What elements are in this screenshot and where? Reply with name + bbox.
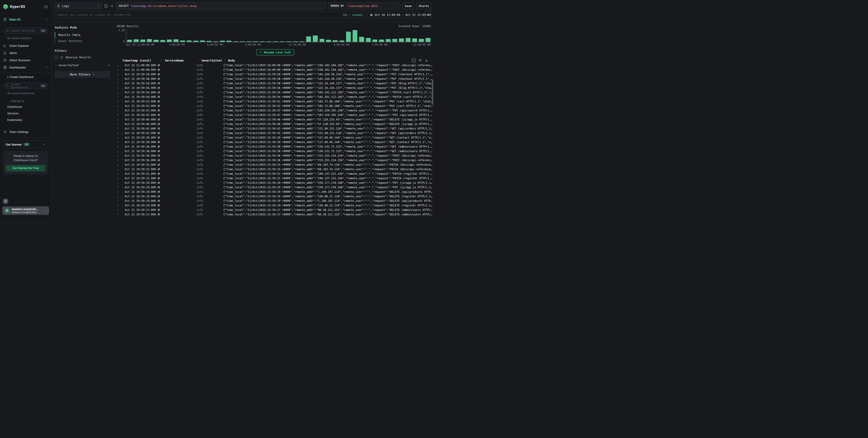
tab-results-table[interactable]: Results Table xyxy=(55,32,110,38)
table-row[interactable]: Oct 21 10:59:36.000 AM info {"time_local… xyxy=(117,154,434,158)
histogram-bar[interactable] xyxy=(339,40,344,42)
row-expand-icon[interactable] xyxy=(117,141,122,143)
table-row[interactable]: Oct 21 10:59:58.000 AM info {"time_local… xyxy=(117,77,434,81)
row-expand-icon[interactable] xyxy=(117,177,122,180)
row-expand-icon[interactable] xyxy=(117,209,122,211)
create-dashboard-button[interactable]: + Create Dashboard xyxy=(0,72,51,79)
histogram-bar[interactable] xyxy=(393,39,397,42)
sidebar-item-chart-explorer[interactable]: Chart Explorer xyxy=(0,42,51,49)
table-row[interactable]: Oct 21 10:59:33.000 AM info {"time_local… xyxy=(117,167,434,172)
time-range-picker[interactable]: Oct 20 11:00:00 - Oct 21 11:00:00 xyxy=(367,11,419,18)
sidebar-preset-kubernetes[interactable]: Kubernetes xyxy=(0,116,51,123)
more-filters-button[interactable]: More filters xyxy=(55,71,110,78)
table-row[interactable]: Oct 21 10:59:58.000 AM info {"time_local… xyxy=(117,72,434,77)
pin-icon[interactable] xyxy=(107,64,110,67)
histogram-bar[interactable] xyxy=(313,35,317,42)
histogram-bar[interactable] xyxy=(220,41,225,42)
table-row[interactable]: Oct 21 10:59:46.000 AM info {"time_local… xyxy=(117,117,434,122)
table-row[interactable]: Oct 21 10:59:17.000 AM info {"time_local… xyxy=(117,212,434,217)
table-row[interactable]: Oct 21 11:00:00.000 AM info {"time_local… xyxy=(117,63,434,68)
histogram-bar[interactable] xyxy=(412,38,417,42)
histogram-bar[interactable] xyxy=(406,38,410,42)
code-view-icon[interactable] xyxy=(104,4,108,8)
sidebar-item-alerts[interactable]: Alerts xyxy=(0,49,51,57)
table-row[interactable]: Oct 21 10:59:31.000 AM info {"time_local… xyxy=(117,172,434,176)
column-header-body[interactable]: ⋮Body xyxy=(223,59,409,62)
saved-dashboards-input[interactable]: Saved Dashboards ⌘K xyxy=(3,83,48,89)
row-expand-icon[interactable] xyxy=(117,109,122,112)
drag-handle-icon[interactable]: ⋮ xyxy=(196,59,199,62)
histogram-bar[interactable] xyxy=(379,39,384,42)
histogram-bar[interactable] xyxy=(333,40,337,42)
histogram-bar[interactable] xyxy=(180,40,185,42)
row-expand-icon[interactable] xyxy=(117,182,122,184)
user-menu[interactable]: D dominic.tran@clic... dominic.tran@clic… xyxy=(2,206,49,215)
histogram-bar[interactable] xyxy=(346,32,351,42)
download-icon[interactable] xyxy=(425,59,428,62)
table-row[interactable]: Oct 21 10:59:42.000 AM info {"time_local… xyxy=(117,126,434,131)
row-expand-icon[interactable] xyxy=(117,119,122,121)
table-row[interactable]: Oct 21 10:59:29.000 AM info {"time_local… xyxy=(117,180,434,185)
row-expand-icon[interactable] xyxy=(117,91,122,94)
histogram-bar[interactable] xyxy=(293,41,298,42)
column-header-servicename[interactable]: ⋮ServiceName xyxy=(160,59,196,62)
run-query-button[interactable] xyxy=(425,11,432,18)
histogram-bar[interactable] xyxy=(286,41,291,42)
row-expand-icon[interactable] xyxy=(117,213,122,216)
table-row[interactable]: Oct 21 10:59:46.000 AM info {"time_local… xyxy=(117,122,434,126)
row-expand-icon[interactable] xyxy=(117,164,122,166)
histogram-bar[interactable] xyxy=(260,41,265,42)
row-expand-icon[interactable] xyxy=(117,186,122,189)
histogram-bar[interactable] xyxy=(187,40,191,42)
histogram-bar[interactable] xyxy=(160,40,165,42)
sidebar-item-team-settings[interactable]: Team Settings xyxy=(0,128,51,135)
histogram-bar[interactable] xyxy=(167,39,172,42)
drag-handle-icon[interactable]: ⋮ xyxy=(223,59,226,62)
table-row[interactable]: Oct 21 10:59:19.000 AM info {"time_local… xyxy=(117,190,434,194)
table-row[interactable]: Oct 21 10:59:54.000 AM info {"time_local… xyxy=(117,95,434,99)
row-expand-icon[interactable] xyxy=(117,128,122,130)
lucene-toggle[interactable]: Lucene xyxy=(352,13,362,16)
histogram-bar[interactable] xyxy=(207,41,212,42)
histogram-bar[interactable] xyxy=(200,40,205,42)
select-query-input[interactable]: SELECT Timestamp,ServiceName,SeverityTex… xyxy=(116,2,326,9)
histogram-bar[interactable] xyxy=(326,40,331,42)
row-expand-icon[interactable] xyxy=(117,87,122,89)
row-expand-icon[interactable] xyxy=(117,96,122,98)
histogram-bar[interactable] xyxy=(193,41,198,42)
row-expand-icon[interactable] xyxy=(117,78,122,80)
row-expand-icon[interactable] xyxy=(117,155,122,157)
table-row[interactable]: Oct 21 10:59:56.000 AM info {"time_local… xyxy=(117,86,434,90)
get-started-toggle[interactable]: Get Started 3/3 xyxy=(3,141,48,148)
sidebar-preset-services[interactable]: Services xyxy=(0,110,51,116)
table-row[interactable]: Oct 21 10:59:52.000 AM info {"time_local… xyxy=(117,99,434,104)
column-header-timestamp[interactable]: Timestamp (Local) xyxy=(122,59,160,62)
table-row[interactable]: Oct 21 10:59:39.000 AM info {"time_local… xyxy=(117,140,434,144)
table-row[interactable]: Oct 21 10:59:47.000 AM info {"time_local… xyxy=(117,113,434,117)
row-expand-icon[interactable] xyxy=(117,64,122,67)
chevron-up-icon[interactable] xyxy=(45,66,48,69)
presets-toggle[interactable]: PRESETS xyxy=(0,97,51,103)
histogram-bar[interactable] xyxy=(247,41,251,42)
table-row[interactable]: Oct 21 10:59:54.000 AM info {"time_local… xyxy=(117,90,434,95)
row-expand-icon[interactable] xyxy=(117,69,122,71)
histogram-bar[interactable] xyxy=(386,39,391,42)
resume-live-tail-button[interactable]: Resume Live Tail xyxy=(256,49,294,55)
wrap-text-icon[interactable] xyxy=(418,59,422,62)
histogram-bar[interactable] xyxy=(240,41,245,42)
vertical-scrollbar[interactable] xyxy=(432,79,433,105)
source-select[interactable]: Logs xyxy=(55,2,102,9)
row-expand-icon[interactable] xyxy=(117,73,122,76)
row-expand-icon[interactable] xyxy=(117,159,122,162)
gear-icon[interactable] xyxy=(110,4,114,8)
table-row[interactable]: Oct 21 10:59:38.000 AM info {"time_local… xyxy=(117,144,434,149)
save-button[interactable]: Save xyxy=(402,2,414,9)
saved-searches-input[interactable]: Saved Searches ⌘K xyxy=(3,28,48,34)
columns-config-icon[interactable] xyxy=(412,59,416,62)
histogram-bar[interactable] xyxy=(154,40,158,42)
event-search-input[interactable]: Search your events w/ Lucene ex. column:… xyxy=(55,11,365,18)
histogram-bar[interactable] xyxy=(426,38,430,42)
histogram-bar[interactable] xyxy=(174,39,178,42)
histogram-bar[interactable] xyxy=(372,39,377,42)
row-expand-icon[interactable] xyxy=(117,200,122,202)
